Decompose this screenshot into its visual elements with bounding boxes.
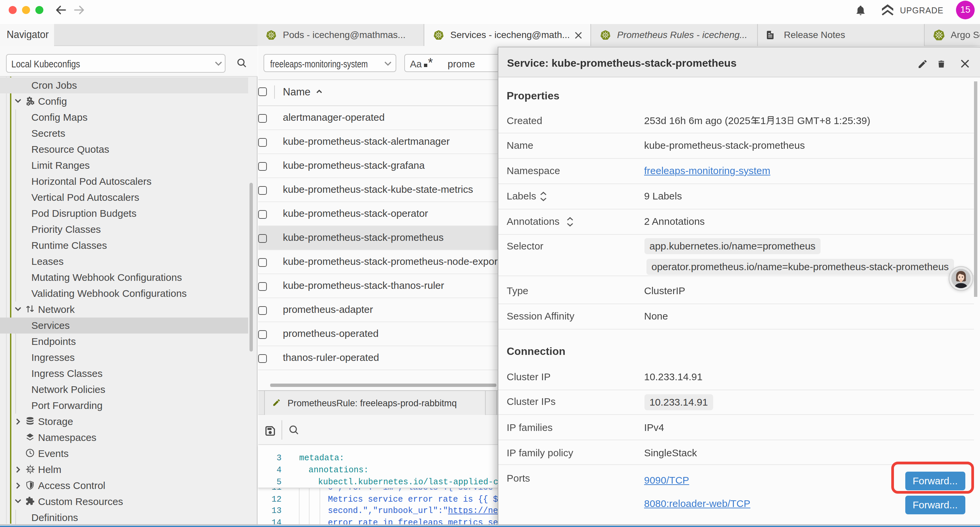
svg-text:HELM: HELM [27,468,34,471]
svg-text:*: * [428,57,433,68]
